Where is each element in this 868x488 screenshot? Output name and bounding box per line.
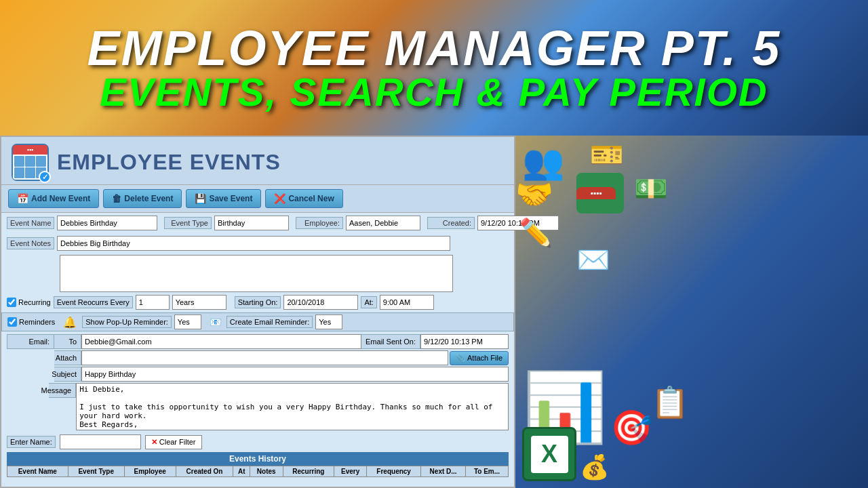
filter-row: Enter Name: ✕ Clear Filter <box>1 432 514 452</box>
ticket-icon: 🎫 <box>590 139 624 171</box>
cal-checkmark: ✓ <box>39 171 51 183</box>
created-label: Created: <box>427 217 475 229</box>
at-label: At: <box>361 296 376 308</box>
email-section: Email: To Email Sent On: Attach 📎 Attach… <box>1 334 514 430</box>
reminders-checkbox-label[interactable]: Reminders <box>7 317 55 327</box>
add-new-event-button[interactable]: 📅 Add New Event <box>8 189 99 208</box>
starting-label: Starting On: <box>235 296 281 308</box>
people-icon: 👥 <box>522 142 564 182</box>
handshake-icon: 🤝 <box>515 176 553 212</box>
recurring-checkbox-label[interactable]: Recurring <box>7 298 51 307</box>
email-main-label: Email: <box>7 334 54 349</box>
recurring-row: Recurring Event Reocurrs Every Starting … <box>1 295 514 310</box>
bell-icon: 🔔 <box>63 316 77 329</box>
col-next-d: Next D... <box>421 466 466 477</box>
subject-label: Subject <box>54 367 81 382</box>
toolbar: 📅 Add New Event 🗑 Delete Event 💾 Save Ev… <box>1 185 514 213</box>
event-type-input[interactable] <box>214 216 289 230</box>
history-table-header: Event Name Event Type Employee Created O… <box>7 466 509 477</box>
calendar-deco-icon: ▪▪▪▪ <box>576 173 624 214</box>
col-at: At <box>233 466 250 477</box>
reoccurs-value-input[interactable] <box>136 295 170 310</box>
col-every: Every <box>334 466 367 477</box>
excel-logo: X <box>522 427 576 481</box>
attach-label: Attach <box>54 350 81 365</box>
attach-input[interactable] <box>81 350 448 365</box>
employee-label: Employee: <box>296 217 343 229</box>
clear-filter-button[interactable]: ✕ Clear Filter <box>145 435 202 449</box>
history-table: Event Name Event Type Employee Created O… <box>7 466 509 477</box>
enter-name-input[interactable] <box>60 434 141 449</box>
delete-icon: 🗑 <box>112 193 121 204</box>
at-value-input[interactable] <box>380 295 434 310</box>
save-event-button[interactable]: 💾 Save Event <box>186 189 261 208</box>
cancel-icon: ❌ <box>274 193 285 204</box>
field-row-1: Event Name Event Type Employee: Created: <box>1 213 514 230</box>
col-recurring: Recurring <box>283 466 334 477</box>
calendar-top: ▪▪▪ <box>13 145 47 155</box>
tools-icon: ✏️ <box>519 217 553 249</box>
right-panel: 👥 🎫 🤝 ▪▪▪▪ 💵 <box>515 136 868 488</box>
form-header: ▪▪▪ ✓ EMPLOYEE EVENTS <box>1 137 514 185</box>
target-icon: 🎯 <box>610 408 652 447</box>
email-to-input[interactable] <box>81 334 361 349</box>
x-icon: ✕ <box>151 438 157 447</box>
document-icon: 📋 <box>651 384 689 420</box>
attach-file-button[interactable]: 📎 Attach File <box>450 351 509 365</box>
excel-inner: X <box>531 436 568 473</box>
email-reminder-value-input[interactable] <box>315 314 342 329</box>
email-icon: 📧 <box>210 317 221 327</box>
enter-name-label: Enter Name: <box>7 436 56 448</box>
calendar-icon: ▪▪▪ ✓ <box>12 144 49 181</box>
event-notes-row: Event Notes <box>1 233 514 251</box>
popup-reminder-label: Show Pop-Up Reminder: <box>82 316 172 328</box>
notes-textarea[interactable] <box>60 255 453 292</box>
reoccurs-label: Event Reocurrs Every <box>54 296 133 308</box>
attach-label-spacer <box>7 350 54 365</box>
add-icon: 📅 <box>17 193 28 204</box>
starting-value-input[interactable] <box>283 295 358 310</box>
save-icon: 💾 <box>195 193 206 204</box>
top-banner: EMPLOYEE MANAGER PT. 5 EVENTS, SEARCH & … <box>0 0 868 136</box>
col-to-em: To Em... <box>465 466 508 477</box>
events-history-section: Events History Event Name Event Type Emp… <box>1 452 514 477</box>
delete-event-button[interactable]: 🗑 Delete Event <box>103 189 182 208</box>
email-to-row: Email: To Email Sent On: <box>7 334 509 349</box>
employee-input[interactable] <box>346 216 420 230</box>
banner-title1: EMPLOYEE MANAGER PT. 5 <box>87 24 781 73</box>
col-event-type: Event Type <box>68 466 124 477</box>
email-to-label: To <box>54 334 81 349</box>
recurring-checkbox[interactable] <box>7 298 16 307</box>
excel-x: X <box>541 440 557 468</box>
reminder-row: Reminders 🔔 Show Pop-Up Reminder: 📧 Crea… <box>1 312 514 331</box>
reminders-checkbox[interactable] <box>7 317 17 327</box>
event-type-label: Event Type <box>164 217 212 229</box>
email-sent-value-input[interactable] <box>420 334 509 349</box>
email-sent-label: Email Sent On: <box>361 334 420 349</box>
event-name-label: Event Name <box>7 217 54 229</box>
main-content: ▪▪▪ ✓ EMPLOYEE EVENTS 📅 Add New Event 🗑 … <box>0 136 868 488</box>
popup-value-input[interactable] <box>174 314 201 329</box>
col-event-name: Event Name <box>7 466 68 477</box>
create-email-label: Create Email Reminder: <box>226 316 313 328</box>
col-notes: Notes <box>250 466 283 477</box>
money-icon: 💵 <box>634 173 668 205</box>
form-title: EMPLOYEE EVENTS <box>57 150 281 175</box>
col-created-on: Created On <box>176 466 233 477</box>
paperclip-icon: 📎 <box>456 354 465 363</box>
form-panel: ▪▪▪ ✓ EMPLOYEE EVENTS 📅 Add New Event 🗑 … <box>0 136 515 488</box>
event-notes-input[interactable] <box>57 236 450 251</box>
message-textarea[interactable]: Hi Debbie, I just to take this opportuni… <box>76 383 509 430</box>
email-attach-row: Attach 📎 Attach File <box>7 350 509 365</box>
banner-title2: EVENTS, SEARCH & PAY PERIOD <box>100 73 768 112</box>
frequency-input[interactable] <box>172 295 226 310</box>
email-message-row: Message Hi Debbie, I just to take this o… <box>7 383 509 430</box>
history-title: Events History <box>7 452 509 466</box>
event-name-input[interactable] <box>57 216 157 230</box>
money-stack-icon: 💰 <box>580 453 610 481</box>
col-frequency: Frequency <box>366 466 420 477</box>
cancel-new-button[interactable]: ❌ Cancel New <box>265 189 342 208</box>
envelope-icon: ✉️ <box>576 244 610 276</box>
notes-body-area <box>1 253 514 295</box>
subject-input[interactable] <box>81 367 509 382</box>
